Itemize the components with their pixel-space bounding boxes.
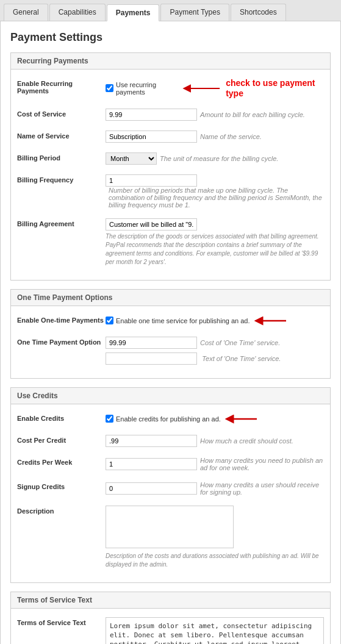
enable-recurring-checkbox-text: Use recurring payments <box>116 81 179 96</box>
credits-arrow-container: Enable credits for publishing an ad. <box>106 413 324 425</box>
tab-capabilities[interactable]: Capabilities <box>49 4 106 21</box>
billing-agreement-field: The description of the goods or services… <box>106 218 324 267</box>
signup-credits-inline: How many credits a user should receive f… <box>106 481 324 496</box>
credits-description-textarea[interactable] <box>106 506 234 548</box>
signup-credits-desc: How many credits a user should receive f… <box>200 481 324 496</box>
billing-freq-inline: Number of billing periods that make up o… <box>106 174 324 209</box>
cost-per-credit-desc: How much a credit should cost. <box>200 437 293 445</box>
signup-credits-row: Signup Credits How many credits a user s… <box>17 479 324 498</box>
enable-one-time-checkbox-label[interactable]: Enable one time service for publishing a… <box>106 317 250 324</box>
enable-credits-label: Enable Credits <box>17 413 106 422</box>
tab-shortcodes[interactable]: Shortcodes <box>231 4 286 21</box>
recurring-payments-header: Recurring Payments <box>11 53 330 70</box>
enable-recurring-row: Enable Recurring Payments Use recurring … <box>17 76 324 101</box>
credits-section: Use Credits Enable Credits Enable credit… <box>10 387 331 583</box>
recurring-annotation: check to use payment type <box>226 78 324 99</box>
credits-description-desc: Description of the costs and durations a… <box>106 552 324 569</box>
billing-freq-label: Billing Frequency <box>17 174 106 184</box>
signup-credits-input[interactable] <box>106 482 197 495</box>
recurring-payments-body: Enable Recurring Payments Use recurring … <box>11 70 330 280</box>
credits-description-label: Description <box>17 506 106 515</box>
billing-period-desc: The unit of measure for the billing cycl… <box>160 155 278 162</box>
tos-row: Terms of Service Text Lorem ipsum dolor … <box>17 615 324 644</box>
billing-period-label: Billing Period <box>17 152 106 162</box>
recurring-arrow-icon <box>182 82 221 95</box>
enable-recurring-label: Enable Recurring Payments <box>17 78 106 95</box>
name-of-service-input[interactable] <box>106 131 197 143</box>
credits-description-field: Description of the costs and durations a… <box>106 506 324 569</box>
name-inline: Name of the service. <box>106 131 324 143</box>
cost-desc: Amount to bill for each billing cycle. <box>200 111 305 118</box>
tab-payments[interactable]: Payments <box>107 4 160 21</box>
credits-per-week-row: Credits Per Week How many credits you ne… <box>17 454 324 474</box>
enable-credits-row: Enable Credits Enable credits for publis… <box>17 410 324 428</box>
signup-credits-field: How many credits a user should receive f… <box>106 481 324 496</box>
billing-agreement-input[interactable] <box>106 218 197 231</box>
cost-per-credit-inline: How much a credit should cost. <box>106 435 324 447</box>
enable-credits-checkbox-text: Enable credits for publishing an ad. <box>116 415 221 423</box>
credits-per-week-inline: How many credits you need to publish an … <box>106 457 324 471</box>
one-time-payment-section: One Time Payment Options Enable One-time… <box>10 289 331 379</box>
enable-recurring-checkbox[interactable] <box>106 84 113 92</box>
tos-textarea[interactable]: Lorem ipsum dolor sit amet, consectetur … <box>106 617 324 644</box>
credits-per-week-field: How many credits you need to publish an … <box>106 457 324 471</box>
cost-per-credit-row: Cost Per Credit How much a credit should… <box>17 432 324 449</box>
enable-credits-field: Enable credits for publishing an ad. <box>106 413 324 425</box>
one-time-option-desc: Cost of 'One Time' service. <box>200 339 280 346</box>
tos-section: Terms of Service Text Terms of Service T… <box>10 592 331 644</box>
tab-payment-types[interactable]: Payment Types <box>160 4 229 21</box>
tos-field: Lorem ipsum dolor sit amet, consectetur … <box>106 617 324 644</box>
enable-one-time-row: Enable One-time Payments Enable one time… <box>17 312 324 329</box>
one-time-header: One Time Payment Options <box>11 290 330 306</box>
one-time-text-input[interactable] <box>106 352 197 365</box>
cost-of-service-field: Amount to bill for each billing cycle. <box>106 109 324 121</box>
credits-per-week-desc: How many credits you need to publish an … <box>200 457 324 471</box>
name-of-service-row: Name of Service Name of the service. <box>17 128 324 145</box>
enable-recurring-field: Use recurring payments check to use pa <box>106 78 324 99</box>
one-time-option-label: One Time Payment Option <box>17 337 106 346</box>
one-time-option-input[interactable] <box>106 337 197 349</box>
cost-of-service-row: Cost of Service Amount to bill for each … <box>17 106 324 123</box>
cost-per-credit-label: Cost Per Credit <box>17 435 106 444</box>
one-time-option-row: One Time Payment Option Cost of 'One Tim… <box>17 334 324 367</box>
enable-recurring-checkbox-label[interactable]: Use recurring payments <box>106 81 179 96</box>
recurring-payments-section: Recurring Payments Enable Recurring Paym… <box>10 52 331 281</box>
one-time-arrow-container: Enable one time service for publishing a… <box>106 315 324 327</box>
enable-recurring-arrow-container: Use recurring payments check to use pa <box>106 78 324 99</box>
tos-header: Terms of Service Text <box>11 592 330 609</box>
credits-per-week-label: Credits Per Week <box>17 457 106 466</box>
cost-of-service-input[interactable] <box>106 109 197 121</box>
billing-period-inline: Month Day Week Year SemiMonth The unit o… <box>106 152 324 165</box>
one-time-body: Enable One-time Payments Enable one time… <box>11 306 330 378</box>
one-time-option-field: Cost of 'One Time' service. Text of 'One… <box>106 337 324 365</box>
name-desc: Name of the service. <box>200 133 262 140</box>
billing-period-select[interactable]: Month Day Week Year SemiMonth <box>106 152 157 165</box>
credits-header: Use Credits <box>11 388 330 404</box>
enable-one-time-checkbox[interactable] <box>106 317 113 324</box>
billing-agreement-label: Billing Agreement <box>17 218 106 227</box>
enable-one-time-label: Enable One-time Payments <box>17 315 106 324</box>
billing-freq-desc: Number of billing periods that make up o… <box>109 187 324 209</box>
credits-per-week-input[interactable] <box>106 458 197 470</box>
cost-inline: Amount to bill for each billing cycle. <box>106 109 324 121</box>
name-of-service-label: Name of Service <box>17 131 106 140</box>
cost-per-credit-input[interactable] <box>106 435 197 447</box>
cost-per-credit-field: How much a credit should cost. <box>106 435 324 447</box>
enable-one-time-field: Enable one time service for publishing a… <box>106 315 324 327</box>
enable-credits-checkbox-label[interactable]: Enable credits for publishing an ad. <box>106 415 221 423</box>
enable-credits-checkbox[interactable] <box>106 415 113 423</box>
credits-description-row: Description Description of the costs and… <box>17 503 324 571</box>
tab-bar: General Capabilities Payments Payment Ty… <box>0 0 341 21</box>
billing-agreement-row: Billing Agreement The description of the… <box>17 216 324 269</box>
billing-freq-input[interactable] <box>106 174 197 187</box>
credits-arrow-icon <box>224 413 258 425</box>
tab-general[interactable]: General <box>4 4 48 21</box>
cost-of-service-label: Cost of Service <box>17 109 106 118</box>
billing-period-field: Month Day Week Year SemiMonth The unit o… <box>106 152 324 165</box>
page-title: Payment Settings <box>10 31 331 44</box>
billing-freq-row: Billing Frequency Number of billing peri… <box>17 172 324 211</box>
billing-agreement-desc: The description of the goods or services… <box>106 232 324 267</box>
one-time-text-desc: Text of 'One Time' service. <box>202 355 281 362</box>
one-time-arrow-icon <box>254 315 287 327</box>
credits-body: Enable Credits Enable credits for publis… <box>11 404 330 582</box>
